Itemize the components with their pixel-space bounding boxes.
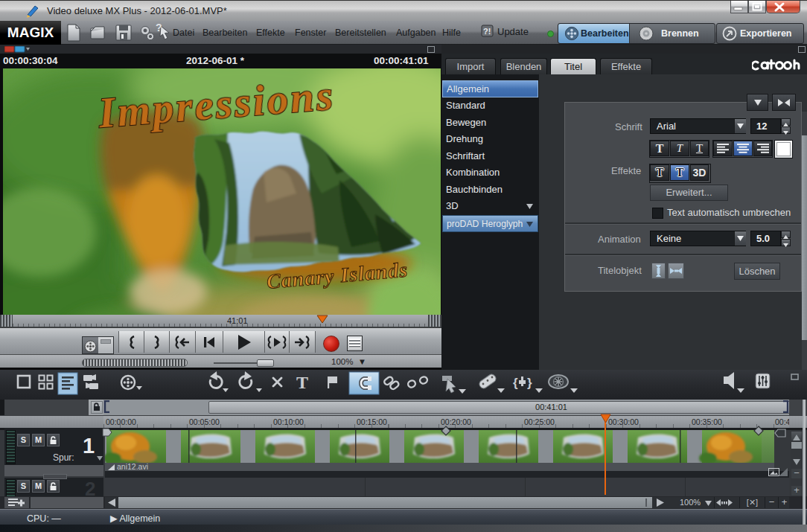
svg-text:T: T [296, 373, 308, 392]
svg-text:}: } [527, 376, 532, 390]
svg-text:{: { [513, 376, 518, 390]
svg-text:?!: ?! [483, 27, 491, 36]
